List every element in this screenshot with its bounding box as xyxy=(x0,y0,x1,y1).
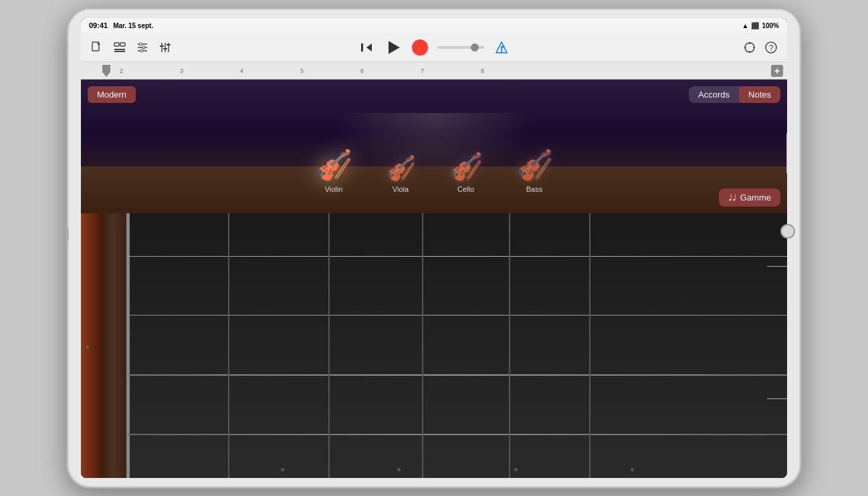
timeline[interactable]: 2 3 4 5 6 7 8 + xyxy=(81,62,787,80)
volume-slider[interactable] xyxy=(437,46,484,49)
tick-2: 2 xyxy=(120,68,123,74)
string-3[interactable] xyxy=(128,374,787,376)
home-button[interactable] xyxy=(780,224,795,239)
tick-8: 8 xyxy=(481,68,484,74)
viola-item[interactable]: 🎻 Viola xyxy=(386,154,416,193)
svg-rect-1 xyxy=(114,43,119,46)
svg-marker-17 xyxy=(366,43,372,51)
instrument-area: Modern Accords Notes 🎻 Violin 🎻 Viola xyxy=(81,80,787,213)
svg-text:?: ? xyxy=(769,43,774,53)
main-area: Modern Accords Notes 🎻 Violin 🎻 Viola xyxy=(81,80,787,478)
violin-item[interactable]: 🎻 Violin xyxy=(316,148,352,193)
settings-button[interactable] xyxy=(742,39,758,55)
cello-label: Cello xyxy=(457,185,474,193)
svg-marker-19 xyxy=(389,41,400,54)
annotation-line-1 xyxy=(786,133,787,173)
status-date: Mar. 15 sept. xyxy=(113,22,153,29)
viola-icon: 🎻 xyxy=(386,154,416,182)
strings-container[interactable] xyxy=(128,213,787,478)
modern-button[interactable]: Modern xyxy=(88,86,136,103)
scroll-dot-1 xyxy=(281,468,284,471)
fret-2 xyxy=(328,213,330,478)
volume-button[interactable] xyxy=(66,229,69,241)
toolbar-left xyxy=(89,39,353,55)
viola-label: Viola xyxy=(393,185,409,193)
svg-point-9 xyxy=(142,46,145,49)
svg-point-8 xyxy=(139,43,142,45)
guitar-body xyxy=(81,213,101,478)
battery-icon: ⬛ xyxy=(751,22,759,29)
side-indicator xyxy=(86,346,89,348)
annotation-right-2 xyxy=(767,398,787,399)
tick-6: 6 xyxy=(360,68,364,74)
scroll-dot-2 xyxy=(397,468,401,471)
string-1[interactable] xyxy=(128,256,787,257)
eq-button[interactable] xyxy=(157,39,173,55)
status-bar: 09:41 Mar. 15 sept. ▲ ⬛ 100% xyxy=(81,18,787,33)
bass-icon: 🎻 xyxy=(516,148,553,182)
toolbar-right: ? xyxy=(515,39,779,55)
status-icons: ▲ ⬛ 100% xyxy=(742,22,779,29)
gamme-button[interactable]: ♩♩ Gamme xyxy=(719,189,780,207)
screen: 09:41 Mar. 15 sept. ▲ ⬛ 100% xyxy=(81,18,787,478)
string-2[interactable] xyxy=(128,315,787,316)
battery-percent: 100% xyxy=(762,22,779,29)
annotation-right-1 xyxy=(767,266,787,267)
scroll-dots xyxy=(128,468,787,471)
help-button[interactable]: ? xyxy=(763,39,779,55)
string-4[interactable] xyxy=(128,434,787,436)
svg-rect-4 xyxy=(114,51,125,52)
wifi-icon: ▲ xyxy=(742,22,749,29)
playhead[interactable] xyxy=(102,65,110,77)
fret-1 xyxy=(228,213,229,478)
play-button[interactable] xyxy=(384,38,403,57)
svg-rect-2 xyxy=(120,43,125,46)
tick-4: 4 xyxy=(240,68,243,74)
tick-3: 3 xyxy=(180,68,183,74)
mixer-button[interactable] xyxy=(134,39,150,55)
bass-label: Bass xyxy=(526,185,542,193)
rewind-button[interactable] xyxy=(358,39,374,55)
ipad-frame: 09:41 Mar. 15 sept. ▲ ⬛ 100% xyxy=(66,7,802,489)
svg-rect-3 xyxy=(114,49,125,50)
scroll-dot-4 xyxy=(631,468,634,471)
svg-point-10 xyxy=(140,49,143,52)
cello-icon: 🎻 xyxy=(449,151,483,182)
record-button[interactable] xyxy=(412,39,428,55)
fret-5 xyxy=(589,213,590,478)
toolbar: ? xyxy=(81,33,787,62)
fret-4 xyxy=(509,213,510,478)
new-track-button[interactable] xyxy=(89,39,105,55)
accords-tab[interactable]: Accords xyxy=(689,86,739,103)
svg-rect-18 xyxy=(361,43,363,51)
view-toggle-button[interactable] xyxy=(112,39,128,55)
accords-notes-tabs: Accords Notes xyxy=(689,86,780,103)
fret-3 xyxy=(422,213,423,478)
cello-item[interactable]: 🎻 Cello xyxy=(449,151,483,193)
guitar-area[interactable] xyxy=(81,213,787,478)
status-time: 09:41 xyxy=(89,21,108,29)
toolbar-center xyxy=(358,38,510,57)
gamme-icon: ♩♩ xyxy=(728,193,736,203)
instruments-container: 🎻 Violin 🎻 Viola 🎻 Cello 🎻 Bass xyxy=(316,148,553,193)
guitar-neck xyxy=(101,213,128,478)
svg-point-23 xyxy=(745,43,754,52)
notes-tab[interactable]: Notes xyxy=(739,86,780,103)
gamme-label: Gamme xyxy=(740,193,771,203)
add-section-button[interactable]: + xyxy=(771,65,783,77)
scroll-dot-3 xyxy=(514,468,518,471)
tick-7: 7 xyxy=(421,68,424,74)
violin-icon: 🎻 xyxy=(316,148,352,182)
bass-item[interactable]: 🎻 Bass xyxy=(516,148,553,193)
violin-label: Violin xyxy=(325,185,343,193)
metronome-icon xyxy=(494,39,510,55)
tick-5: 5 xyxy=(300,68,304,74)
